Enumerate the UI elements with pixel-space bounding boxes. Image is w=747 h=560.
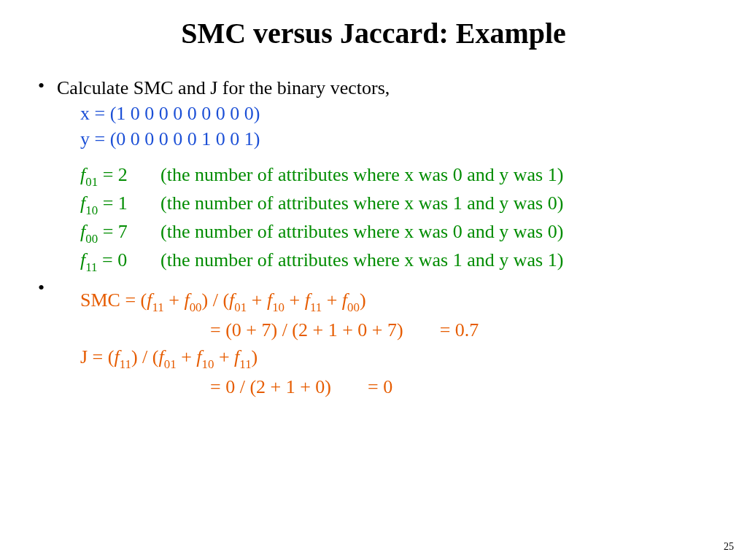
sub-11: 11 <box>239 357 251 371</box>
f10-sub: 10 <box>85 203 98 217</box>
close-paren: ) <box>252 346 258 368</box>
f01-row: f01 = 2 (the number of attributes where … <box>57 162 718 190</box>
f00-row: f00 = 7 (the number of attributes where … <box>57 219 718 247</box>
f10-desc: (the number of attributes where x was 1 … <box>160 190 718 219</box>
j-numeric: = 0 / (2 + 1 + 0) = 0 <box>57 373 718 401</box>
f11-row: f11 = 0 (the number of attributes where … <box>57 247 718 276</box>
sub-01: 01 <box>234 300 247 314</box>
j-numeric-mid: = 0 / (2 + 1 + 0) <box>210 373 331 401</box>
f01-desc: (the number of attributes where x was 0 … <box>160 162 718 190</box>
plus: + <box>322 289 342 311</box>
f-symbol: f <box>114 346 119 368</box>
sub-00: 00 <box>190 300 202 314</box>
f-symbol: f <box>342 289 347 311</box>
bullet-2: SMC = (f11 + f00) / (f01 + f10 + f11 + f… <box>35 277 718 401</box>
sub-10: 10 <box>202 357 214 371</box>
smc-label: SMC = ( <box>80 289 147 311</box>
smc-formula: SMC = (f11 + f00) / (f01 + f10 + f11 + f… <box>57 287 718 316</box>
f11-eq: = 0 <box>98 249 128 271</box>
page-number: 25 <box>724 541 734 553</box>
f01-eq: = 2 <box>98 164 128 185</box>
f00-sub: 00 <box>85 232 98 246</box>
sub-11: 11 <box>310 300 322 314</box>
bullet-1: Calculate SMC and J for the binary vecto… <box>35 75 718 276</box>
smc-numeric-mid: = (0 + 7) / (2 + 1 + 0 + 7) <box>210 316 403 344</box>
div-open: ) / ( <box>131 346 159 368</box>
slide-title: SMC versus Jaccard: Example <box>29 16 718 50</box>
f-symbol: f <box>305 289 310 311</box>
close-paren: ) <box>360 289 366 311</box>
vector-x: x = (1 0 0 0 0 0 0 0 0 0) <box>57 101 718 126</box>
sub-11: 11 <box>120 357 131 371</box>
plus: + <box>285 289 305 311</box>
j-label: J = ( <box>80 346 114 368</box>
f01-sub: 01 <box>85 175 98 189</box>
div-open: ) / ( <box>202 289 230 311</box>
sub-00: 00 <box>347 300 360 314</box>
f11-desc: (the number of attributes where x was 1 … <box>160 247 718 276</box>
plus: + <box>214 346 234 368</box>
f-symbol: f <box>184 289 189 311</box>
f00-desc: (the number of attributes where x was 0 … <box>160 219 718 247</box>
f10-row: f10 = 1 (the number of attributes where … <box>57 190 718 219</box>
f11-sub: 11 <box>85 260 97 274</box>
intro-text: Calculate SMC and J for the binary vecto… <box>57 75 718 101</box>
sub-11: 11 <box>152 300 163 314</box>
plus: + <box>164 289 185 311</box>
plus: + <box>247 289 267 311</box>
j-numeric-result: = 0 <box>331 373 392 401</box>
smc-numeric-result: = 0.7 <box>403 316 479 344</box>
plus: + <box>177 346 197 368</box>
f00-eq: = 7 <box>98 221 128 242</box>
smc-numeric: = (0 + 7) / (2 + 1 + 0 + 7) = 0.7 <box>57 316 718 344</box>
j-formula: J = (f11) / (f01 + f10 + f11) <box>57 344 718 373</box>
f-symbol: f <box>159 346 164 368</box>
sub-01: 01 <box>164 357 177 371</box>
vector-y: y = (0 0 0 0 0 0 1 0 0 1) <box>57 126 718 152</box>
f10-eq: = 1 <box>98 192 128 214</box>
f-symbol: f <box>196 346 201 368</box>
sub-10: 10 <box>272 300 285 314</box>
